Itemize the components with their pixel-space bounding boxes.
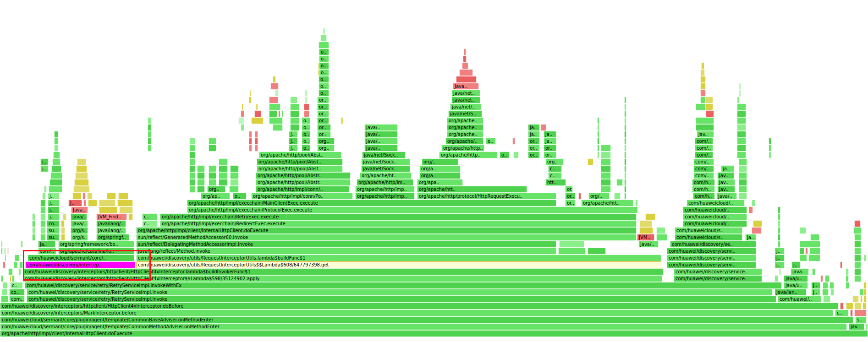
flame-frame[interactable]: o.. [319, 90, 329, 97]
flame-frame[interactable] [209, 145, 216, 152]
flame-frame[interactable] [701, 62, 704, 69]
flame-frame[interactable] [706, 110, 714, 117]
flame-frame[interactable]: org/s.. [71, 227, 88, 234]
flame-frame[interactable]: java/.. [364, 131, 398, 138]
flame-frame[interactable] [61, 227, 65, 234]
flame-frame[interactable]: org.. [317, 138, 335, 145]
flame-frame[interactable] [197, 172, 205, 179]
flame-frame[interactable] [15, 255, 19, 261]
flame-frame[interactable]: org/apache/http/pool/Abstr.. [256, 179, 351, 186]
flame-frame[interactable] [752, 227, 762, 234]
flame-frame[interactable] [863, 289, 867, 296]
flame-frame[interactable] [778, 220, 780, 227]
flame-frame[interactable] [597, 117, 599, 124]
flame-frame[interactable] [54, 145, 58, 152]
flame-frame[interactable]: jav.. [697, 131, 714, 138]
flame-frame[interactable] [209, 172, 216, 179]
flame-frame[interactable]: org.. [545, 158, 564, 165]
flame-frame[interactable] [513, 152, 519, 158]
flame-frame[interactable] [840, 261, 842, 268]
flame-frame[interactable]: java/u.. [784, 282, 808, 289]
flame-frame[interactable] [7, 248, 9, 255]
flame-frame[interactable] [278, 110, 280, 117]
flame-frame[interactable] [249, 131, 252, 138]
flame-frame[interactable]: com/h.. [693, 193, 715, 200]
flame-frame[interactable] [825, 275, 830, 282]
flame-frame[interactable] [1, 248, 3, 255]
flame-frame[interactable] [219, 158, 228, 165]
flame-frame[interactable]: o.. [500, 152, 510, 158]
flame-frame[interactable] [700, 69, 705, 76]
flame-frame[interactable] [1, 241, 3, 248]
flame-frame[interactable]: j.. [289, 145, 298, 152]
flame-frame[interactable]: c.. [142, 213, 158, 220]
flame-frame[interactable]: or.. [528, 138, 540, 145]
flame-frame[interactable] [624, 103, 626, 110]
flame-frame[interactable]: org/apache/http/imp.. [355, 193, 415, 200]
flame-frame[interactable] [8, 268, 13, 275]
flame-frame[interactable]: org.. [317, 145, 335, 152]
flame-frame[interactable] [739, 193, 747, 200]
flame-frame[interactable] [255, 131, 258, 138]
flame-frame[interactable] [739, 158, 747, 165]
flame-frame[interactable]: o.. [319, 55, 329, 62]
flame-frame[interactable]: com/.. [695, 152, 713, 158]
flame-frame[interactable] [778, 206, 780, 213]
flame-frame[interactable]: org.. [207, 186, 225, 193]
flame-frame[interactable] [230, 172, 239, 179]
flame-frame[interactable] [852, 296, 859, 303]
flame-frame[interactable]: or.. [317, 131, 331, 138]
flame-frame[interactable] [219, 165, 228, 172]
flame-frame[interactable]: java/.. [364, 145, 398, 152]
flame-frame[interactable]: com/.. [693, 165, 714, 172]
flame-frame[interactable] [148, 145, 152, 152]
flame-frame[interactable] [645, 213, 655, 220]
flame-frame[interactable]: j.. [48, 200, 60, 206]
flame-frame[interactable] [50, 172, 62, 179]
flame-frame[interactable] [846, 282, 849, 289]
flame-frame[interactable] [249, 138, 252, 145]
flame-frame[interactable] [624, 172, 626, 179]
flame-frame[interactable] [275, 90, 279, 97]
flame-frame[interactable]: com/huawei/discovery/service.. [674, 268, 762, 275]
flame-frame[interactable] [808, 255, 820, 261]
flame-frame[interactable] [189, 172, 195, 179]
flame-frame[interactable]: j.. [289, 138, 298, 145]
flame-frame[interactable]: o.. [319, 76, 329, 83]
flame-frame[interactable] [624, 179, 626, 186]
flame-frame[interactable]: c.. [835, 309, 849, 316]
flame-frame[interactable] [32, 213, 35, 220]
flame-frame[interactable] [800, 227, 806, 234]
flame-frame[interactable] [601, 186, 611, 193]
flame-frame[interactable] [269, 110, 277, 117]
flame-frame[interactable] [601, 152, 611, 158]
flame-frame[interactable] [778, 227, 780, 234]
flame-frame[interactable] [464, 49, 466, 55]
flame-frame[interactable] [54, 131, 58, 138]
flame-frame[interactable] [624, 152, 626, 158]
flame-frame[interactable] [863, 282, 867, 289]
flame-frame[interactable]: com/huawei/discovery/service/retry/Retry… [27, 289, 773, 296]
flame-frame[interactable] [341, 117, 344, 124]
flame-frame[interactable] [639, 227, 653, 234]
flame-frame[interactable]: org/apache/http/impl/execchain/ProtocolE… [187, 206, 638, 213]
flame-frame[interactable]: org/apache/ht.. [360, 172, 412, 179]
flame-frame[interactable]: co.. [47, 220, 60, 227]
flame-graph[interactable]: org/apache/http/impl/client/InternalHttp… [0, 0, 868, 342]
flame-frame[interactable] [696, 124, 714, 131]
flame-frame[interactable]: or.. [528, 145, 540, 152]
flame-frame[interactable]: org/apache/http/pool/Abstr.. [256, 172, 351, 179]
flame-frame[interactable] [830, 289, 834, 296]
flame-frame[interactable] [148, 117, 152, 124]
flame-frame[interactable] [72, 193, 82, 200]
flame-frame[interactable]: org/apache.. [447, 131, 483, 138]
flame-frame[interactable]: J.. [68, 200, 82, 206]
flame-frame[interactable]: com/huawei/discovery/servi.. [667, 255, 756, 261]
flame-frame[interactable] [148, 131, 152, 138]
flame-frame[interactable] [148, 138, 152, 145]
flame-frame[interactable]: c.. [142, 220, 158, 227]
flame-frame[interactable] [40, 220, 46, 227]
flame-frame[interactable] [290, 103, 299, 110]
flame-frame[interactable]: o.. [302, 124, 310, 131]
flame-frame[interactable] [865, 323, 868, 330]
